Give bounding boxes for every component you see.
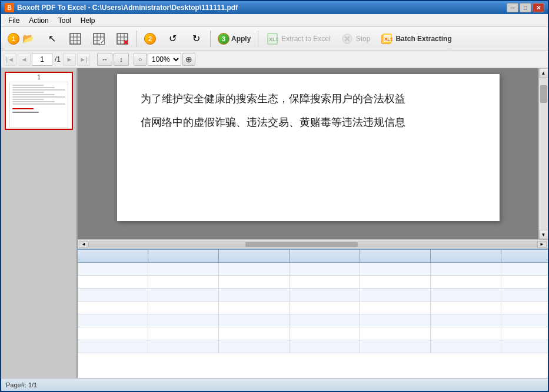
fit-width-button[interactable]: ↔ bbox=[97, 53, 112, 66]
next-page-button[interactable]: ► bbox=[63, 53, 76, 66]
cell-6-3[interactable] bbox=[219, 327, 290, 340]
excel-icon: XLS bbox=[265, 32, 280, 46]
table-icon bbox=[68, 32, 82, 46]
vertical-scrollbar[interactable]: ▲ ▼ bbox=[538, 68, 548, 239]
cell-6-4[interactable] bbox=[290, 327, 360, 340]
scroll-thumb[interactable] bbox=[540, 85, 547, 103]
cell-5-1[interactable] bbox=[78, 314, 148, 327]
thumbnail-page-1[interactable]: 1 bbox=[5, 72, 73, 130]
grid-row-1 bbox=[78, 263, 548, 276]
cell-3-2[interactable] bbox=[148, 289, 219, 301]
separator3 bbox=[258, 31, 258, 47]
zoom-out-button[interactable]: ○ bbox=[134, 53, 147, 66]
cell-2-7[interactable] bbox=[501, 276, 548, 288]
pdf-text-line-2: 信网络中的虚假诈骗、违法交易、黄赌毒等违法违规信息 bbox=[141, 115, 476, 129]
scroll-right-button[interactable]: ► bbox=[537, 241, 547, 248]
step3-circle: 3 bbox=[218, 33, 229, 45]
cell-5-5[interactable] bbox=[360, 314, 431, 327]
cell-3-5[interactable] bbox=[360, 289, 431, 301]
cell-3-7[interactable] bbox=[501, 289, 548, 301]
menu-help[interactable]: Help bbox=[76, 15, 100, 26]
cell-5-7[interactable] bbox=[501, 314, 548, 327]
cell-3-3[interactable] bbox=[219, 289, 290, 301]
cell-1-7[interactable] bbox=[501, 263, 548, 275]
batch-extract-button[interactable]: XLS Batch Extracting bbox=[375, 29, 455, 49]
maximize-button[interactable]: □ bbox=[520, 3, 531, 12]
h-scroll-thumb[interactable] bbox=[245, 242, 357, 247]
cell-2-6[interactable] bbox=[431, 276, 501, 288]
cell-7-1[interactable] bbox=[78, 340, 148, 353]
grid-col-g bbox=[501, 250, 548, 262]
cell-6-1[interactable] bbox=[78, 327, 148, 340]
cell-4-3[interactable] bbox=[219, 301, 290, 314]
cell-7-5[interactable] bbox=[360, 340, 431, 353]
scroll-down-button[interactable]: ▼ bbox=[539, 230, 548, 239]
cell-3-4[interactable] bbox=[290, 289, 360, 301]
cell-2-5[interactable] bbox=[360, 276, 431, 288]
cell-7-2[interactable] bbox=[148, 340, 219, 353]
zoom-in-button[interactable]: ⊕ bbox=[182, 53, 195, 66]
cell-1-5[interactable] bbox=[360, 263, 431, 275]
cell-7-3[interactable] bbox=[219, 340, 290, 353]
cell-1-1[interactable] bbox=[78, 263, 148, 275]
delete-table-button[interactable] bbox=[111, 29, 134, 49]
app-icon: B bbox=[5, 3, 14, 12]
menu-file[interactable]: File bbox=[4, 15, 24, 26]
page-number-input[interactable] bbox=[32, 53, 52, 66]
cell-4-2[interactable] bbox=[148, 301, 219, 314]
pdf-scroll-area[interactable]: 为了维护安全健康的搜索生态，保障搜索用户的合法权益 信网络中的虚假诈骗、违法交易… bbox=[78, 68, 538, 239]
cell-7-7[interactable] bbox=[501, 340, 548, 353]
cell-6-6[interactable] bbox=[431, 327, 501, 340]
cell-6-5[interactable] bbox=[360, 327, 431, 340]
cell-4-5[interactable] bbox=[360, 301, 431, 314]
last-page-button[interactable]: ►| bbox=[77, 53, 90, 66]
cell-5-3[interactable] bbox=[219, 314, 290, 327]
title-bar-controls[interactable]: ─ □ ✕ bbox=[507, 3, 544, 12]
zoom-select[interactable]: 50% 75% 100% 125% 150% 200% bbox=[148, 53, 181, 66]
cell-7-4[interactable] bbox=[290, 340, 360, 353]
edit-table-button[interactable] bbox=[88, 29, 110, 49]
step2-button[interactable]: 2 bbox=[140, 29, 160, 49]
cell-6-7[interactable] bbox=[501, 327, 548, 340]
prev-page-button[interactable]: ◄ bbox=[18, 53, 31, 66]
step3-apply-button[interactable]: 3 Apply bbox=[214, 29, 255, 49]
cell-6-2[interactable] bbox=[148, 327, 219, 340]
close-button[interactable]: ✕ bbox=[533, 3, 544, 12]
minimize-button[interactable]: ─ bbox=[507, 3, 518, 12]
pointer-tool-button[interactable]: ↖ bbox=[41, 29, 63, 49]
cell-2-3[interactable] bbox=[219, 276, 290, 288]
cell-5-2[interactable] bbox=[148, 314, 219, 327]
cell-2-4[interactable] bbox=[290, 276, 360, 288]
cell-3-6[interactable] bbox=[431, 289, 501, 301]
cell-5-6[interactable] bbox=[431, 314, 501, 327]
first-page-button[interactable]: |◄ bbox=[4, 53, 16, 66]
extract-excel-button[interactable]: XLS Extract to Excel bbox=[261, 29, 334, 49]
cell-4-7[interactable] bbox=[501, 301, 548, 314]
cell-1-6[interactable] bbox=[431, 263, 501, 275]
pdf-viewport[interactable]: 为了维护安全健康的搜索生态，保障搜索用户的合法权益 信网络中的虚假诈骗、违法交易… bbox=[78, 68, 548, 239]
table-tool-button[interactable] bbox=[64, 29, 86, 49]
cell-4-6[interactable] bbox=[431, 301, 501, 314]
scroll-track[interactable] bbox=[540, 78, 548, 230]
h-scroll-track[interactable] bbox=[88, 242, 537, 247]
menu-action[interactable]: Action bbox=[24, 15, 53, 26]
undo-button[interactable]: ↺ bbox=[161, 29, 184, 49]
horizontal-scrollbar[interactable]: ◄ ► bbox=[78, 239, 548, 249]
cell-2-1[interactable] bbox=[78, 276, 148, 288]
fit-height-button[interactable]: ↕ bbox=[114, 53, 129, 66]
cell-3-1[interactable] bbox=[78, 289, 148, 301]
scroll-left-button[interactable]: ◄ bbox=[79, 241, 88, 248]
cell-1-4[interactable] bbox=[290, 263, 360, 275]
cell-1-3[interactable] bbox=[219, 263, 290, 275]
cell-4-4[interactable] bbox=[290, 301, 360, 314]
redo-button[interactable]: ↻ bbox=[185, 29, 207, 49]
menu-tool[interactable]: Tool bbox=[54, 15, 76, 26]
cell-1-2[interactable] bbox=[148, 263, 219, 275]
cell-2-2[interactable] bbox=[148, 276, 219, 288]
cell-4-1[interactable] bbox=[78, 301, 148, 314]
cell-5-4[interactable] bbox=[290, 314, 360, 327]
step1-open-button[interactable]: 1 📂 bbox=[4, 29, 39, 49]
scroll-up-button[interactable]: ▲ bbox=[539, 68, 548, 78]
stop-button[interactable]: Stop bbox=[336, 29, 375, 49]
cell-7-6[interactable] bbox=[431, 340, 501, 353]
